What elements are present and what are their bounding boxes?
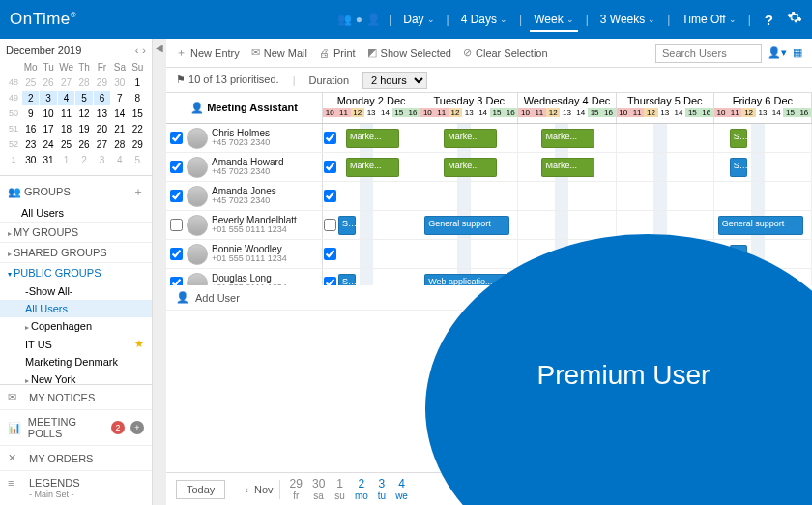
row-checkbox[interactable] xyxy=(170,161,183,173)
new-mail-button[interactable]: ✉New Mail xyxy=(251,46,307,59)
mini-cal-day[interactable]: 14 xyxy=(111,106,128,121)
mini-cal-day[interactable]: 18 xyxy=(58,122,74,136)
tree-item[interactable]: ▸Copenhagen xyxy=(0,317,152,335)
mini-cal-day[interactable]: 27 xyxy=(94,137,110,152)
tree-all-users[interactable]: All Users xyxy=(0,204,152,222)
nav-prev-icon[interactable]: ‹ xyxy=(245,484,248,495)
day-cell[interactable] xyxy=(617,153,714,181)
day-cell[interactable] xyxy=(714,182,812,210)
public-groups-header[interactable]: ▾PUBLIC GROUPS xyxy=(0,262,152,282)
mini-cal-day[interactable]: 21 xyxy=(111,122,128,136)
day-cell[interactable] xyxy=(617,124,714,152)
day-cell[interactable] xyxy=(420,240,518,268)
day-cell[interactable] xyxy=(518,211,616,239)
mini-cal-day[interactable]: 13 xyxy=(94,106,110,121)
day-cell[interactable]: Marke... xyxy=(323,124,420,152)
nav-day[interactable]: 2mo xyxy=(351,477,372,501)
mini-cal-day[interactable]: 8 xyxy=(130,91,146,105)
help-icon[interactable]: ? xyxy=(765,12,773,28)
person-icon[interactable]: 👤 xyxy=(366,13,381,26)
row-checkbox[interactable] xyxy=(170,277,183,285)
mini-cal-day[interactable]: 27 xyxy=(58,75,74,90)
mini-cal-day[interactable]: 6 xyxy=(94,91,110,105)
search-user-icon[interactable]: 👤▾ xyxy=(768,46,787,59)
mini-cal-day[interactable]: 12 xyxy=(75,106,92,121)
day-cell[interactable]: General support xyxy=(420,211,518,239)
duration-select[interactable]: 2 hours xyxy=(362,72,427,89)
mini-cal-day[interactable]: 4 xyxy=(58,91,74,105)
day-cell[interactable] xyxy=(420,182,518,210)
tree-item[interactable]: ▸New York xyxy=(0,371,152,384)
mini-cal-day[interactable]: 9 xyxy=(22,106,39,121)
nav-day[interactable]: 3tu xyxy=(374,477,390,501)
people-icon[interactable]: 👥 xyxy=(337,13,352,26)
view-3weeks[interactable]: 3 Weeks⌄ xyxy=(596,7,659,32)
mini-cal-day[interactable]: 30 xyxy=(22,153,39,167)
mini-cal-day[interactable]: 19 xyxy=(75,122,92,136)
event[interactable]: Marke... xyxy=(346,129,399,148)
row-checkbox[interactable] xyxy=(170,190,183,202)
sidebar-collapse[interactable]: ◀ xyxy=(153,39,166,505)
event[interactable]: S.. xyxy=(338,274,356,285)
day-cell[interactable]: Marke... xyxy=(420,153,518,181)
mini-cal-day[interactable]: 2 xyxy=(22,91,39,105)
mini-cal-day[interactable]: 11 xyxy=(58,106,74,121)
mini-cal-day[interactable]: 10 xyxy=(40,106,56,121)
row-checkbox[interactable] xyxy=(170,248,183,260)
mini-cal-day[interactable]: 28 xyxy=(111,137,128,152)
mini-cal-day[interactable]: 24 xyxy=(40,137,56,152)
print-button[interactable]: 🖨Print xyxy=(319,47,356,59)
settings-icon[interactable] xyxy=(787,10,802,29)
tree-item[interactable]: Marketing Denmark xyxy=(0,353,152,371)
my-groups-header[interactable]: ▸MY GROUPS xyxy=(0,222,152,242)
day-cell[interactable]: S.. xyxy=(323,211,420,239)
mini-cal-day[interactable]: 5 xyxy=(130,153,146,167)
day-cell[interactable] xyxy=(518,182,616,210)
row-checkbox[interactable] xyxy=(170,219,183,231)
mini-cal-day[interactable]: 5 xyxy=(75,91,92,105)
mini-cal-day[interactable]: 22 xyxy=(130,122,146,136)
add-group-icon[interactable]: ＋ xyxy=(132,184,144,200)
mini-cal-day[interactable]: 29 xyxy=(130,137,146,152)
panel-orders[interactable]: ✕MY ORDERS xyxy=(0,445,152,470)
event[interactable]: General support xyxy=(424,216,509,235)
mini-cal-day[interactable]: 30 xyxy=(111,75,128,90)
row-day-checkbox[interactable] xyxy=(324,161,336,173)
mini-cal-day[interactable]: 26 xyxy=(40,75,56,90)
day-cell[interactable]: General support xyxy=(714,211,812,239)
mini-cal-day[interactable]: 7 xyxy=(111,91,128,105)
polls-badge-add[interactable]: + xyxy=(130,421,144,434)
day-cell[interactable]: Marke... xyxy=(420,124,518,152)
nav-day[interactable]: 4we xyxy=(392,477,412,501)
mini-cal-day[interactable]: 25 xyxy=(22,75,39,90)
event[interactable]: Marke... xyxy=(346,158,399,177)
dot-icon[interactable]: ● xyxy=(356,13,362,26)
mini-cal-day[interactable]: 25 xyxy=(58,137,74,152)
mini-cal-day[interactable]: 26 xyxy=(75,137,92,152)
day-cell[interactable] xyxy=(323,182,420,210)
show-selected-button[interactable]: ◩Show Selected xyxy=(367,46,451,59)
row-day-checkbox[interactable] xyxy=(324,219,336,231)
new-entry-button[interactable]: ＋New Entry xyxy=(176,45,240,60)
day-cell[interactable]: Marke... xyxy=(323,153,420,181)
day-cell[interactable]: S.. xyxy=(714,124,812,152)
event[interactable]: S.. xyxy=(338,216,356,235)
mini-cal-day[interactable]: 20 xyxy=(94,122,110,136)
shared-groups-header[interactable]: ▸SHARED GROUPS xyxy=(0,242,152,262)
search-cal-icon[interactable]: ▦ xyxy=(793,46,802,59)
event[interactable]: Marke... xyxy=(444,129,497,148)
day-cell[interactable]: Marke... xyxy=(518,124,616,152)
view-4days[interactable]: 4 Days⌄ xyxy=(457,7,511,32)
mini-cal-day[interactable]: 15 xyxy=(130,106,146,121)
mini-cal-day[interactable]: 16 xyxy=(22,122,39,136)
day-cell[interactable]: S.. xyxy=(714,153,812,181)
event[interactable]: General support xyxy=(718,216,803,235)
mini-cal-day[interactable]: 29 xyxy=(94,75,110,90)
row-checkbox[interactable] xyxy=(170,132,183,144)
row-day-checkbox[interactable] xyxy=(324,190,336,202)
row-day-checkbox[interactable] xyxy=(324,132,336,144)
mini-cal-day[interactable]: 17 xyxy=(40,122,56,136)
panel-notices[interactable]: ✉MY NOTICES xyxy=(0,385,152,409)
clear-selection-button[interactable]: ⊘Clear Selection xyxy=(463,46,548,59)
tree-item[interactable]: IT US ★ xyxy=(0,335,152,353)
